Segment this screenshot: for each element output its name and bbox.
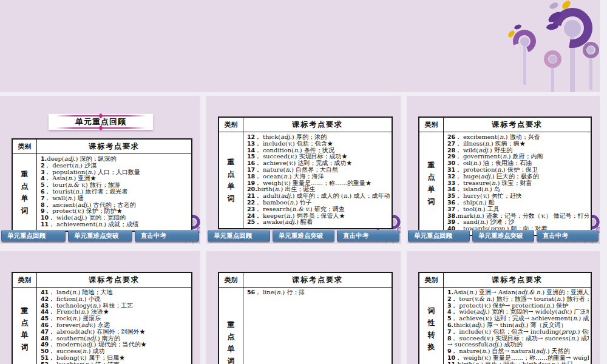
- slide-nav-bar: 单元重点回顾 单元重难点突破 直击中考: [1, 230, 199, 241]
- vocab-entry: 5． achieve(v.) 达到；完成→ achievement(n.) 成就: [447, 315, 589, 322]
- vocab-entry: 44． French(n.) 法语★: [41, 309, 189, 315]
- category-column-header: 类别: [13, 140, 37, 153]
- flower-stem-icon: [523, 42, 526, 85]
- requirements-column-header: 课标考点要求: [243, 118, 392, 132]
- category-label: 重点单词: [21, 305, 29, 353]
- vocab-entry: 15． succeed(v.) 实现目标；成功★: [247, 153, 390, 160]
- vocab-table: 类别 课标考点要求 重点单词 1.deep(adj.) 深的；纵深的2． des…: [12, 138, 192, 232]
- requirements-column-header: 课标考点要求: [37, 140, 191, 153]
- slide-thumbnail-5[interactable]: 类别 课标考点要求 重点单词 56． line(n.) 行；排 单元重点回顾 单…: [206, 251, 401, 364]
- category-label: 重点单词: [428, 159, 435, 207]
- flower-stem-icon: [570, 27, 575, 92]
- vocab-table-header: 类别 课标考点要求: [419, 273, 591, 288]
- flower-stem-icon: [199, 231, 200, 244]
- unit-review-banner: 单元重点回顾: [49, 114, 153, 130]
- vocab-table-body: 重点单词 26． excitement(n.) 激动；兴奋27． illness…: [419, 132, 591, 235]
- nav-button-unit-review[interactable]: 单元重点回顾: [408, 230, 470, 241]
- category-column-header: 类别: [419, 118, 444, 132]
- requirements-column-header: 课标考点要求: [243, 273, 392, 287]
- vocab-table: 类别 课标考点要求 重点单词 56． line(n.) 行；排: [218, 272, 393, 364]
- slide-thumbnail-3[interactable]: 类别 课标考点要求 重点单词 26． excitement(n.) 激动；兴奋2…: [407, 96, 600, 244]
- category-column-header: 类别: [419, 273, 444, 287]
- vocab-entry: 38.mark(n.) 迹象；记号；分数（v.） 做记号；打分: [447, 213, 589, 220]
- vocab-entry: 48． southern(adj.) 南方的: [41, 335, 189, 342]
- flower-petal-icon: [514, 24, 522, 30]
- vocab-table-header: 类别 课标考点要求: [219, 273, 392, 288]
- vocab-entry: 18． ocean(n.) 大海；海洋: [247, 174, 390, 180]
- slide-thumbnail-6[interactable]: 类别 课标考点要求 词性转换 1.Asia(n.) 亚洲→ Asian(adj.…: [407, 251, 600, 364]
- category-cell: 重点单词: [219, 288, 243, 364]
- vocab-entry: 9． nature(n.) 自然→ natural(adj.) 天然的: [447, 348, 589, 355]
- vocab-entry: 39． sand(n.) 沙滩；沙: [447, 219, 589, 226]
- vocab-table-body: 重点单词 41． land(n.) 陆地；大地42． fiction(n.) 小…: [13, 288, 191, 364]
- vocab-entry: 8． succeed(v.) 实现目标；成功→ success(n.) 成功: [447, 335, 589, 342]
- nav-button-key-points[interactable]: 单元重难点突破: [472, 230, 534, 241]
- vocab-entry: 56． line(n.) 行；排: [247, 289, 390, 296]
- category-label: 重点单词: [228, 318, 235, 364]
- slide-thumbnail-2[interactable]: 类别 课标考点要求 重点单词 12． thick(adj.) 厚的；浓的13． …: [206, 96, 401, 244]
- vocab-entry: 16． achieve(v.) 达到；完成；成功★: [247, 160, 390, 167]
- vocab-entry: 7． include(v.) 包括；包含→ including(prep.) 包…: [447, 329, 589, 335]
- vocab-entry: 17． nature(n.) 自然界；大自然: [247, 167, 390, 174]
- requirements-column-header: 课标考点要求: [37, 273, 191, 287]
- flower-bud-icon: [549, 55, 557, 63]
- flower-bud-icon: [564, 20, 581, 37]
- vocab-entry: 5． tour(n.& v.) 旅行；旅游: [41, 182, 189, 189]
- vocab-entry: 13． include(v.) 包括；包含★: [247, 141, 390, 147]
- vocab-table: 类别 课标考点要求 重点单词 41． land(n.) 陆地；大地42． fic…: [12, 272, 192, 364]
- vocab-entry: 20.birth(n.) 出生；诞生: [247, 186, 390, 193]
- vocab-entry-list: 56． line(n.) 行；排: [243, 288, 392, 364]
- vocab-entry: 21． adult(adj.) 成年的；成人的 (n.) 成人；成年动物: [247, 193, 390, 200]
- vocab-entry: 1.deep(adj.) 深的；纵深的: [41, 156, 189, 163]
- vocab-entry: 4． wide(adj.) 宽的；宽阔的→ widely(adv.) 广泛地: [447, 309, 589, 315]
- vocab-entry: 10． weigh(v.) 重量是……；称……的重量→ weight(n.) 重…: [447, 355, 589, 362]
- vocab-entry: 23． research(n.& v.) 研究；调查: [247, 206, 390, 213]
- dandelion-flower-cluster-icon: [497, 0, 600, 92]
- nav-button-exam[interactable]: 直击中考: [135, 230, 199, 241]
- category-label: 重点单词: [228, 156, 235, 204]
- previous-slide-bottom-edge[interactable]: [0, 0, 600, 92]
- category-cell: 重点单词: [219, 132, 243, 228]
- vocab-entry: 11． achievement(n.) 成就；成绩: [41, 221, 189, 228]
- slide-thumbnail-1[interactable]: 单元重点回顾 类别 课标考点要求 重点单词 1.deep(adj.) 深的；纵深…: [0, 96, 200, 244]
- vocab-entry: 33． treasure(n.) 珠宝；财富: [447, 180, 589, 187]
- vocab-table-body: 重点单词 12． thick(adj.) 厚的；浓的13． include(v.…: [219, 132, 392, 228]
- vocab-entry-list: 1.Asia(n.) 亚洲→ Asian(adj.& n.) 亚洲的；亚洲人2．…: [444, 288, 591, 364]
- vocab-entry: 14． condition(n.) 条件；状况: [247, 147, 390, 154]
- nav-button-unit-review[interactable]: 单元重点回顾: [208, 230, 270, 241]
- vocab-entry: 19． weigh(v.) 重量是……；称……的重量★: [247, 180, 390, 187]
- vocab-table-header: 类别 课标考点要求: [219, 118, 392, 132]
- slide-nav-bar: 单元重点回顾 单元重难点突破 直击中考: [208, 230, 399, 241]
- flower-stem-icon: [589, 52, 592, 90]
- vocab-entry-list: 12． thick(adj.) 厚的；浓的13． include(v.) 包括；…: [243, 132, 392, 228]
- vocab-entry: 46． forever(adv.) 永远: [41, 322, 189, 329]
- vocab-entry: 49． modern(adj.) 现代的；当代的★: [41, 342, 189, 348]
- banner-ornament-line: [56, 127, 146, 129]
- flower-ring-icon: [509, 26, 540, 56]
- vocab-entry-list: 1.deep(adj.) 深的；纵深的2． desert(n.) 沙漠3． po…: [37, 154, 191, 231]
- flower-bud-icon: [520, 37, 529, 46]
- flower-petal-icon: [547, 10, 563, 24]
- nav-button-exam[interactable]: 直击中考: [537, 230, 599, 241]
- nav-button-key-points[interactable]: 单元重难点突破: [68, 230, 132, 241]
- vocab-entry: 42． fiction(n.) 小说: [41, 296, 189, 303]
- vocab-table: 类别 课标考点要求 重点单词 26． excitement(n.) 激动；兴奋2…: [418, 116, 592, 236]
- vocab-table-header: 类别 课标考点要求: [13, 140, 191, 154]
- requirements-column-header: 课标考点要求: [444, 273, 591, 287]
- vocab-entry: 6． tourist(n.) 旅行者；观光者: [41, 189, 189, 195]
- flower-petal-icon: [507, 29, 515, 38]
- vocab-entry: 26． excitement(n.) 激动；兴奋: [447, 134, 589, 141]
- slide-thumbnail-4[interactable]: 类别 课标考点要求 重点单词 41． land(n.) 陆地；大地42． fic…: [0, 251, 200, 364]
- vocab-entry: 25． awake(adj.) 醒着: [247, 219, 390, 226]
- category-cell: 重点单词: [13, 288, 37, 364]
- nav-button-key-points[interactable]: 单元重难点突破: [273, 230, 335, 241]
- vocab-entry: 34． island(n.) 岛: [447, 186, 589, 193]
- vocab-entry: 35． hurry(v.) 匆忙；赶快: [447, 193, 589, 200]
- vocab-entry: 41． land(n.) 陆地；大地: [41, 289, 189, 296]
- vocab-entry: 24． keeper(n.) 饲养员；保管人★: [247, 213, 390, 220]
- vocab-table-body: 重点单词 56． line(n.) 行；排: [219, 288, 392, 364]
- vocab-entry: 43． technology(n.) 科技；工艺: [41, 303, 189, 309]
- nav-button-exam[interactable]: 直击中考: [337, 230, 399, 241]
- category-label: 词性转换: [428, 305, 435, 353]
- nav-button-unit-review[interactable]: 单元重点回顾: [1, 230, 66, 241]
